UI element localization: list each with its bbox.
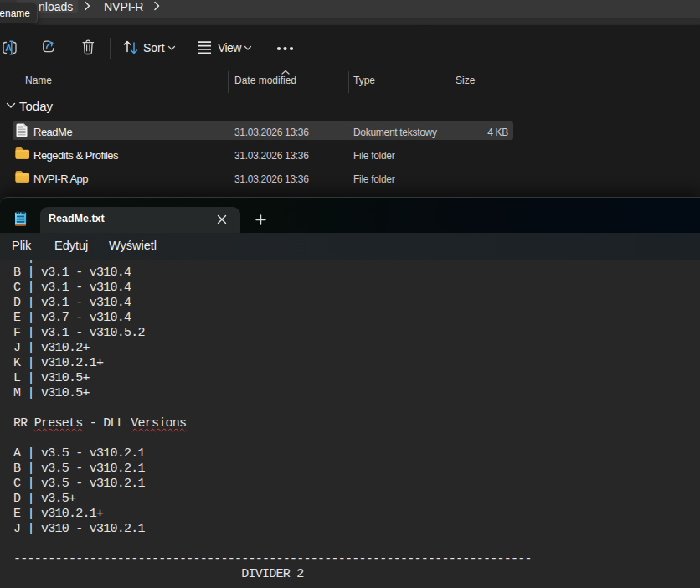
svg-text:A: A bbox=[5, 43, 12, 53]
